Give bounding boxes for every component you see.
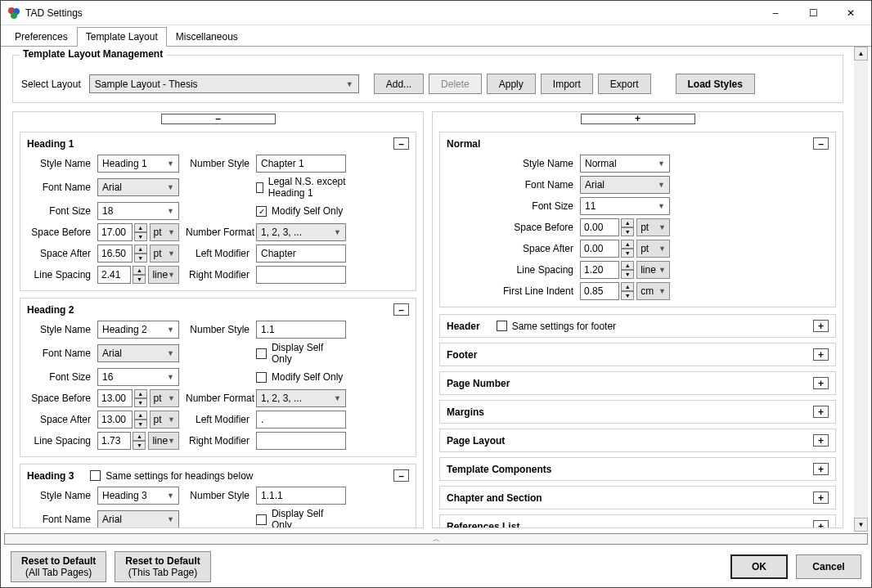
font-name-combo[interactable]: Arial▼ — [97, 510, 179, 527]
collapse-button[interactable]: – — [393, 469, 409, 482]
right-modifier-input[interactable] — [256, 266, 346, 284]
unit-combo[interactable]: pt▼ — [150, 245, 179, 263]
add-button[interactable]: Add... — [374, 74, 424, 94]
unit-combo[interactable]: line▼ — [148, 266, 179, 284]
app-icon — [7, 7, 20, 20]
legal-ns-checkbox[interactable]: Legal N.S. except Heading 1 — [256, 176, 346, 199]
delete-button: Delete — [429, 74, 482, 94]
space-after-spinner[interactable]: 13.00 — [97, 411, 133, 429]
reset-all-button[interactable]: Reset to Default(All Tab Pages) — [11, 551, 106, 582]
expand-button[interactable]: + — [813, 520, 829, 527]
left-modifier-input[interactable]: . — [256, 411, 346, 429]
export-button[interactable]: Export — [598, 74, 651, 94]
label-font-size: Font Size — [27, 205, 91, 217]
tab-miscellaneous[interactable]: Miscellaneous — [167, 27, 247, 47]
display-self-checkbox[interactable]: Display Self Only — [256, 342, 346, 365]
layout-management-group: Template Layout Management Select Layout… — [12, 55, 843, 103]
number-format-combo[interactable]: 1, 2, 3, ...▼ — [256, 223, 346, 241]
maximize-button[interactable]: ☐ — [794, 1, 832, 25]
first-line-indent-spinner[interactable]: 0.85 — [580, 282, 619, 300]
font-name-combo[interactable]: Arial▼ — [97, 344, 179, 362]
space-after-spinner[interactable]: 0.00 — [580, 240, 619, 258]
unit-combo[interactable]: pt▼ — [150, 223, 179, 241]
space-before-spinner[interactable]: 17.00 — [97, 223, 133, 241]
select-layout-combo[interactable]: Sample Layout - Thesis ▼ — [89, 74, 359, 93]
style-name-combo[interactable]: Heading 2▼ — [97, 321, 179, 339]
left-column-toggle[interactable]: – — [161, 114, 276, 124]
label-left-modifier: Left Modifier — [186, 248, 249, 259]
cancel-button[interactable]: Cancel — [796, 554, 861, 579]
style-name-combo[interactable]: Heading 1▼ — [97, 155, 179, 173]
font-size-combo[interactable]: 16▼ — [97, 368, 179, 386]
minimize-button[interactable]: – — [757, 1, 794, 25]
tab-template-layout[interactable]: Template Layout — [77, 27, 167, 47]
expand-button[interactable]: + — [813, 491, 829, 504]
import-button[interactable]: Import — [541, 74, 593, 94]
font-name-combo[interactable]: Arial▼ — [580, 176, 670, 194]
right-column-toggle[interactable]: + — [581, 114, 695, 124]
left-modifier-input[interactable]: Chapter — [256, 245, 346, 263]
display-self-checkbox[interactable]: Display Self Only — [256, 508, 346, 527]
number-style-input[interactable]: 1.1.1 — [256, 487, 346, 505]
collapse-button[interactable]: – — [393, 137, 409, 150]
load-styles-button[interactable]: Load Styles — [676, 74, 755, 94]
collapse-button[interactable]: – — [813, 137, 829, 150]
unit-combo[interactable]: line▼ — [636, 261, 670, 279]
panel-scrollbar[interactable]: ▲ ▼ — [854, 47, 868, 532]
expand-button[interactable]: + — [813, 434, 829, 447]
unit-combo[interactable]: pt▼ — [636, 240, 670, 258]
section-normal: Normal – Style Name Normal▼ Font Name Ar… — [439, 132, 836, 307]
space-before-spinner[interactable]: 0.00 — [580, 218, 619, 236]
close-button[interactable]: ✕ — [832, 1, 870, 25]
expand-button[interactable]: + — [813, 463, 829, 475]
space-after-spinner[interactable]: 16.50 — [97, 245, 133, 263]
chevron-down-icon: ▼ — [346, 80, 353, 88]
font-size-combo[interactable]: 11▼ — [580, 197, 670, 215]
modify-self-checkbox[interactable]: ✓Modify Self Only — [256, 205, 346, 217]
scroll-down-icon[interactable]: ▼ — [854, 518, 868, 532]
space-before-spinner[interactable]: 13.00 — [97, 389, 133, 407]
expand-button[interactable]: + — [813, 348, 829, 361]
tab-preferences[interactable]: Preferences — [6, 27, 77, 47]
unit-combo[interactable]: line▼ — [148, 432, 179, 450]
section-footer: Footer+ — [439, 343, 836, 366]
left-scroll[interactable]: Heading 1 – Style Name Heading 1▼ Number… — [13, 125, 423, 527]
collapse-button[interactable]: – — [393, 303, 409, 316]
expand-button[interactable]: + — [813, 320, 829, 332]
font-size-combo[interactable]: 18▼ — [97, 202, 179, 220]
modify-self-checkbox[interactable]: Modify Self Only — [256, 371, 346, 383]
style-name-combo[interactable]: Normal▼ — [580, 155, 670, 173]
spin-down[interactable]: ▼ — [134, 232, 147, 241]
section-header: Header Same settings for footer + — [439, 314, 836, 338]
same-footer-checkbox[interactable]: Same settings for footer — [497, 321, 616, 332]
unit-combo[interactable]: pt▼ — [150, 411, 179, 429]
line-spacing-spinner[interactable]: 2.41 — [97, 266, 131, 284]
expand-button[interactable]: + — [813, 406, 829, 418]
scroll-up-icon[interactable]: ▲ — [854, 47, 868, 61]
vertical-resizer[interactable]: ︿ — [4, 533, 868, 545]
number-format-combo[interactable]: 1, 2, 3, ...▼ — [256, 389, 346, 407]
unit-combo[interactable]: pt▼ — [636, 218, 670, 236]
line-spacing-spinner[interactable]: 1.20 — [580, 261, 619, 279]
apply-button[interactable]: Apply — [487, 74, 536, 94]
select-layout-label: Select Layout — [21, 79, 81, 90]
expand-button[interactable]: + — [813, 377, 829, 389]
number-style-input[interactable]: Chapter 1 — [256, 155, 346, 173]
line-spacing-spinner[interactable]: 1.73 — [97, 432, 131, 450]
section-heading-2: Heading 2 – Style Name Heading 2▼ Number… — [20, 298, 416, 457]
unit-combo[interactable]: pt▼ — [150, 389, 179, 407]
ok-button[interactable]: OK — [730, 554, 788, 579]
style-name-combo[interactable]: Heading 3▼ — [97, 487, 179, 505]
right-scroll[interactable]: Normal – Style Name Normal▼ Font Name Ar… — [433, 125, 843, 527]
same-below-checkbox[interactable]: Same settings for headings below — [90, 470, 253, 482]
label-space-before: Space Before — [27, 227, 91, 238]
section-heading-1: Heading 1 – Style Name Heading 1▼ Number… — [20, 132, 416, 291]
unit-combo[interactable]: cm▼ — [636, 282, 670, 300]
label-right-modifier: Right Modifier — [186, 269, 249, 281]
reset-this-button[interactable]: Reset to Default(This Tab Page) — [115, 551, 210, 582]
number-style-input[interactable]: 1.1 — [256, 321, 346, 339]
select-layout-value: Sample Layout - Thesis — [95, 79, 198, 90]
font-name-combo[interactable]: Arial▼ — [97, 178, 179, 196]
spin-up[interactable]: ▲ — [134, 223, 147, 232]
right-modifier-input[interactable] — [256, 432, 346, 450]
